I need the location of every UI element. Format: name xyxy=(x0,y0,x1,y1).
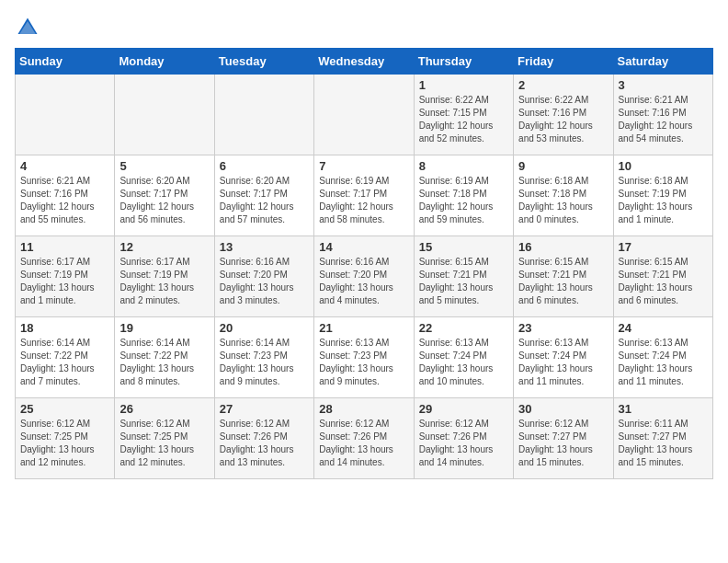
week-row-2: 4Sunrise: 6:21 AM Sunset: 7:16 PM Daylig… xyxy=(16,155,713,236)
day-number: 28 xyxy=(319,402,408,416)
day-info: Sunrise: 6:14 AM Sunset: 7:22 PM Dayligh… xyxy=(20,337,109,388)
day-info: Sunrise: 6:19 AM Sunset: 7:17 PM Dayligh… xyxy=(319,175,408,226)
day-info: Sunrise: 6:15 AM Sunset: 7:21 PM Dayligh… xyxy=(419,256,508,307)
day-cell-25: 25Sunrise: 6:12 AM Sunset: 7:25 PM Dayli… xyxy=(16,398,115,479)
day-info: Sunrise: 6:16 AM Sunset: 7:20 PM Dayligh… xyxy=(220,256,309,307)
day-number: 7 xyxy=(319,159,408,173)
day-cell-22: 22Sunrise: 6:13 AM Sunset: 7:24 PM Dayli… xyxy=(414,317,513,398)
day-info: Sunrise: 6:19 AM Sunset: 7:18 PM Dayligh… xyxy=(419,175,508,226)
day-info: Sunrise: 6:20 AM Sunset: 7:17 PM Dayligh… xyxy=(119,175,209,226)
weekday-header-monday: Monday xyxy=(115,49,214,75)
week-row-5: 25Sunrise: 6:12 AM Sunset: 7:25 PM Dayli… xyxy=(16,398,713,479)
day-cell-16: 16Sunrise: 6:15 AM Sunset: 7:21 PM Dayli… xyxy=(514,236,613,317)
day-cell-2: 2Sunrise: 6:22 AM Sunset: 7:16 PM Daylig… xyxy=(514,75,613,155)
day-info: Sunrise: 6:12 AM Sunset: 7:26 PM Dayligh… xyxy=(419,418,508,469)
day-cell-17: 17Sunrise: 6:15 AM Sunset: 7:21 PM Dayli… xyxy=(613,236,712,317)
page-header xyxy=(15,15,713,40)
day-info: Sunrise: 6:22 AM Sunset: 7:15 PM Dayligh… xyxy=(419,94,508,145)
empty-cell xyxy=(115,75,214,155)
day-number: 18 xyxy=(20,321,109,335)
day-number: 5 xyxy=(119,159,209,173)
day-cell-5: 5Sunrise: 6:20 AM Sunset: 7:17 PM Daylig… xyxy=(115,155,214,236)
day-info: Sunrise: 6:18 AM Sunset: 7:18 PM Dayligh… xyxy=(518,175,608,226)
day-info: Sunrise: 6:12 AM Sunset: 7:27 PM Dayligh… xyxy=(518,418,608,469)
weekday-header-friday: Friday xyxy=(514,49,613,75)
day-cell-27: 27Sunrise: 6:12 AM Sunset: 7:26 PM Dayli… xyxy=(214,398,313,479)
day-number: 2 xyxy=(518,78,608,92)
day-number: 21 xyxy=(319,321,408,335)
day-number: 16 xyxy=(518,240,608,254)
empty-cell xyxy=(314,75,414,155)
day-cell-28: 28Sunrise: 6:12 AM Sunset: 7:26 PM Dayli… xyxy=(314,398,414,479)
day-cell-15: 15Sunrise: 6:15 AM Sunset: 7:21 PM Dayli… xyxy=(414,236,513,317)
day-number: 27 xyxy=(220,402,309,416)
day-number: 25 xyxy=(20,402,109,416)
day-number: 22 xyxy=(419,321,508,335)
weekday-header-saturday: Saturday xyxy=(613,49,712,75)
day-number: 13 xyxy=(220,240,309,254)
day-number: 20 xyxy=(220,321,309,335)
week-row-3: 11Sunrise: 6:17 AM Sunset: 7:19 PM Dayli… xyxy=(16,236,713,317)
day-cell-19: 19Sunrise: 6:14 AM Sunset: 7:22 PM Dayli… xyxy=(115,317,214,398)
day-cell-24: 24Sunrise: 6:13 AM Sunset: 7:24 PM Dayli… xyxy=(613,317,712,398)
day-number: 12 xyxy=(119,240,209,254)
day-info: Sunrise: 6:13 AM Sunset: 7:24 PM Dayligh… xyxy=(619,337,708,388)
day-info: Sunrise: 6:11 AM Sunset: 7:27 PM Dayligh… xyxy=(619,418,708,469)
day-number: 23 xyxy=(518,321,608,335)
day-cell-12: 12Sunrise: 6:17 AM Sunset: 7:19 PM Dayli… xyxy=(115,236,214,317)
logo-icon xyxy=(15,15,40,40)
day-number: 1 xyxy=(419,78,508,92)
day-cell-20: 20Sunrise: 6:14 AM Sunset: 7:23 PM Dayli… xyxy=(214,317,313,398)
day-number: 24 xyxy=(619,321,708,335)
day-number: 4 xyxy=(20,159,109,173)
day-number: 29 xyxy=(419,402,508,416)
day-info: Sunrise: 6:13 AM Sunset: 7:24 PM Dayligh… xyxy=(518,337,608,388)
day-info: Sunrise: 6:14 AM Sunset: 7:23 PM Dayligh… xyxy=(220,337,309,388)
day-info: Sunrise: 6:21 AM Sunset: 7:16 PM Dayligh… xyxy=(20,175,109,226)
weekday-header-wednesday: Wednesday xyxy=(314,49,414,75)
day-cell-31: 31Sunrise: 6:11 AM Sunset: 7:27 PM Dayli… xyxy=(613,398,712,479)
day-cell-21: 21Sunrise: 6:13 AM Sunset: 7:23 PM Dayli… xyxy=(314,317,414,398)
week-row-4: 18Sunrise: 6:14 AM Sunset: 7:22 PM Dayli… xyxy=(16,317,713,398)
day-number: 17 xyxy=(619,240,708,254)
day-info: Sunrise: 6:12 AM Sunset: 7:26 PM Dayligh… xyxy=(319,418,408,469)
day-number: 15 xyxy=(419,240,508,254)
day-number: 14 xyxy=(319,240,408,254)
day-info: Sunrise: 6:15 AM Sunset: 7:21 PM Dayligh… xyxy=(518,256,608,307)
day-info: Sunrise: 6:16 AM Sunset: 7:20 PM Dayligh… xyxy=(319,256,408,307)
day-cell-8: 8Sunrise: 6:19 AM Sunset: 7:18 PM Daylig… xyxy=(414,155,513,236)
day-cell-6: 6Sunrise: 6:20 AM Sunset: 7:17 PM Daylig… xyxy=(214,155,313,236)
day-info: Sunrise: 6:22 AM Sunset: 7:16 PM Dayligh… xyxy=(518,94,608,145)
day-number: 10 xyxy=(619,159,708,173)
day-cell-23: 23Sunrise: 6:13 AM Sunset: 7:24 PM Dayli… xyxy=(514,317,613,398)
day-info: Sunrise: 6:21 AM Sunset: 7:16 PM Dayligh… xyxy=(619,94,708,145)
empty-cell xyxy=(16,75,115,155)
day-info: Sunrise: 6:13 AM Sunset: 7:23 PM Dayligh… xyxy=(319,337,408,388)
day-number: 19 xyxy=(119,321,209,335)
empty-cell xyxy=(214,75,313,155)
day-cell-10: 10Sunrise: 6:18 AM Sunset: 7:19 PM Dayli… xyxy=(613,155,712,236)
day-info: Sunrise: 6:15 AM Sunset: 7:21 PM Dayligh… xyxy=(619,256,708,307)
day-info: Sunrise: 6:17 AM Sunset: 7:19 PM Dayligh… xyxy=(20,256,109,307)
day-cell-11: 11Sunrise: 6:17 AM Sunset: 7:19 PM Dayli… xyxy=(16,236,115,317)
day-info: Sunrise: 6:20 AM Sunset: 7:17 PM Dayligh… xyxy=(220,175,309,226)
day-info: Sunrise: 6:14 AM Sunset: 7:22 PM Dayligh… xyxy=(119,337,209,388)
logo xyxy=(15,15,44,40)
day-number: 30 xyxy=(518,402,608,416)
day-cell-7: 7Sunrise: 6:19 AM Sunset: 7:17 PM Daylig… xyxy=(314,155,414,236)
day-cell-4: 4Sunrise: 6:21 AM Sunset: 7:16 PM Daylig… xyxy=(16,155,115,236)
day-info: Sunrise: 6:13 AM Sunset: 7:24 PM Dayligh… xyxy=(419,337,508,388)
day-number: 3 xyxy=(619,78,708,92)
day-info: Sunrise: 6:17 AM Sunset: 7:19 PM Dayligh… xyxy=(119,256,209,307)
weekday-header-sunday: Sunday xyxy=(16,49,115,75)
day-number: 31 xyxy=(619,402,708,416)
calendar-table: SundayMondayTuesdayWednesdayThursdayFrid… xyxy=(15,48,713,479)
weekday-header-tuesday: Tuesday xyxy=(214,49,313,75)
day-cell-9: 9Sunrise: 6:18 AM Sunset: 7:18 PM Daylig… xyxy=(514,155,613,236)
day-info: Sunrise: 6:12 AM Sunset: 7:26 PM Dayligh… xyxy=(220,418,309,469)
day-number: 9 xyxy=(518,159,608,173)
day-cell-3: 3Sunrise: 6:21 AM Sunset: 7:16 PM Daylig… xyxy=(613,75,712,155)
day-info: Sunrise: 6:18 AM Sunset: 7:19 PM Dayligh… xyxy=(619,175,708,226)
day-cell-29: 29Sunrise: 6:12 AM Sunset: 7:26 PM Dayli… xyxy=(414,398,513,479)
weekday-header-row: SundayMondayTuesdayWednesdayThursdayFrid… xyxy=(16,49,713,75)
